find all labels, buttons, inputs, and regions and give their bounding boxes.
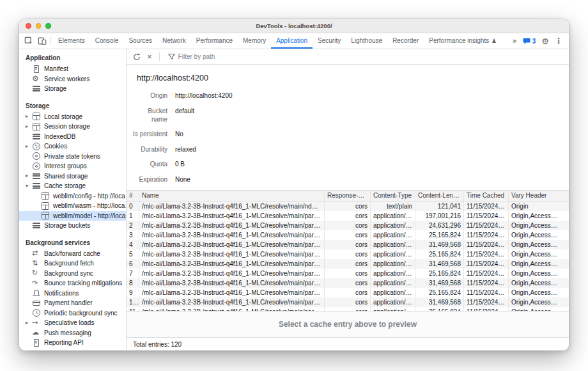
document-icon bbox=[33, 65, 40, 73]
toolbar-divider bbox=[159, 52, 160, 61]
sidebar-item[interactable]: Speculative loads bbox=[19, 318, 126, 328]
devtools-tab[interactable]: Network bbox=[157, 33, 191, 49]
column-header-name[interactable]: Name bbox=[139, 191, 325, 201]
sidebar-item[interactable]: Session storage bbox=[19, 122, 126, 132]
database-icon bbox=[33, 132, 40, 140]
more-tabs-icon[interactable]: » bbox=[512, 37, 516, 45]
/mlc-ai/Llama-3.2-3B-Instruct-q4f16_1-MLC/resolve/main/params_s…[interactable]: 8 /mlc-ai/Llama-3.2-3B-Instruct-q4f16_1-… bbox=[127, 278, 569, 288]
sidebar-item[interactable]: Service workers bbox=[19, 74, 126, 84]
sidebar-item[interactable]: Shared storage bbox=[19, 171, 126, 182]
sidebar-item[interactable]: Local storage bbox=[19, 112, 126, 122]
refresh-icon[interactable] bbox=[132, 53, 142, 61]
settings-gear-icon[interactable]: ⚙ bbox=[541, 37, 549, 45]
section-title[interactable]: Application bbox=[19, 51, 126, 64]
sidebar-section-application: Application Manifest Service work bbox=[19, 51, 126, 94]
sidebar-item[interactable]: webllm/wasm - http://loca… bbox=[19, 201, 126, 211]
filter-by-path-input[interactable] bbox=[178, 53, 319, 60]
devtools-tabbar: Elements Console Sources Network bbox=[19, 33, 569, 49]
back-forward-icon bbox=[33, 249, 40, 257]
disclosure-arrow-icon[interactable] bbox=[26, 144, 33, 149]
titlebar: DevTools - localhost:4200/ bbox=[19, 19, 569, 33]
sidebar-item[interactable]: Cache storage bbox=[19, 181, 126, 191]
/mlc-ai/Llama-3.2-3B-Instruct-q4f16_1-MLC/resolve/main/params_s…[interactable]: 7 /mlc-ai/Llama-3.2-3B-Instruct-q4f16_1-… bbox=[127, 269, 569, 278]
sidebar-item[interactable]: Periodic background sync bbox=[19, 308, 126, 319]
token-icon bbox=[33, 152, 40, 160]
column-header-response-type[interactable]: Response-Type bbox=[325, 191, 371, 201]
tabbar-right-controls: » 3 ⚙ ⋮ bbox=[508, 33, 569, 49]
metadata-row: Origin http://localhost:4200 bbox=[132, 91, 559, 100]
sidebar-item[interactable]: webllm/config - http://loca… bbox=[19, 191, 126, 201]
minimize-window-button[interactable] bbox=[36, 23, 42, 29]
/mlc-ai/Llama-3.2-3B-Instruct-q4f16_1-MLC/resolve/main/params_s…[interactable]: 1 /mlc-ai/Llama-3.2-3B-Instruct-q4f16_1-… bbox=[127, 211, 569, 221]
disclosure-arrow-icon[interactable] bbox=[26, 114, 33, 119]
column-header-time-cached[interactable]: Time Cached bbox=[464, 191, 509, 201]
sidebar-item[interactable]: Manifest bbox=[19, 64, 126, 74]
/mlc-ai/Llama-3.2-3B-Instruct-q4f16_1-MLC/resolve/main/params_s…[interactable]: 6 /mlc-ai/Llama-3.2-3B-Instruct-q4f16_1-… bbox=[127, 259, 569, 269]
disclosure-arrow-icon[interactable] bbox=[26, 173, 33, 178]
/mlc-ai/Llama-3.2-3B-Instruct-q4f16_1-MLC/resolve/main/params_s…[interactable]: 9 /mlc-ai/Llama-3.2-3B-Instruct-q4f16_1-… bbox=[127, 288, 569, 297]
devtools-window: DevTools - localhost:4200/ Elements bbox=[19, 19, 569, 351]
devtools-tab[interactable]: Console bbox=[90, 33, 124, 49]
/mlc-ai/Llama-3.2-3B-Instruct-q4f16_1-MLC/resolve/main/params_s…[interactable]: 2 /mlc-ai/Llama-3.2-3B-Instruct-q4f16_1-… bbox=[127, 221, 569, 230]
sidebar-item[interactable]: IndexedDB bbox=[19, 132, 126, 142]
sidebar-item[interactable]: Payment handler bbox=[19, 298, 126, 308]
console-messages-badge[interactable]: 3 bbox=[523, 38, 536, 45]
cloud-icon bbox=[33, 329, 40, 336]
bell-icon bbox=[33, 289, 40, 297]
devtools-tab[interactable]: Recorder bbox=[387, 33, 424, 49]
window-title: DevTools - localhost:4200/ bbox=[256, 22, 332, 29]
/mlc-ai/Llama-3.2-3B-Instruct-q4f16_1-MLC/resolve/main/params_s…[interactable]: 5 /mlc-ai/Llama-3.2-3B-Instruct-q4f16_1-… bbox=[127, 249, 569, 259]
section-title[interactable]: Background services bbox=[19, 235, 126, 249]
menu-dots-icon[interactable]: ⋮ bbox=[555, 37, 562, 45]
sidebar-item[interactable]: Storage buckets bbox=[19, 221, 126, 231]
metadata-row: Durability relaxed bbox=[132, 145, 559, 154]
column-header-content-length[interactable]: Content-Length bbox=[415, 191, 464, 201]
devtools-tab[interactable]: Memory bbox=[238, 33, 271, 49]
database-icon bbox=[33, 182, 40, 190]
close-window-button[interactable] bbox=[26, 23, 31, 29]
devtools-tab[interactable]: Lighthouse bbox=[346, 33, 387, 49]
delete-selected-icon[interactable]: × bbox=[147, 52, 152, 61]
sidebar-item[interactable]: Reporting API bbox=[19, 338, 126, 348]
device-toolbar-icon[interactable] bbox=[35, 33, 49, 49]
section-title[interactable]: Storage bbox=[19, 99, 126, 112]
/mlc-ai/Llama-3.2-3B-Instruct-q4f16_1-MLC/resolve/main/params_s…[interactable]: 4 /mlc-ai/Llama-3.2-3B-Instruct-q4f16_1-… bbox=[127, 240, 569, 249]
column-header-index[interactable]: # bbox=[127, 191, 139, 201]
total-entries-statusbar: Total entries: 120 bbox=[127, 337, 569, 351]
disclosure-arrow-icon[interactable] bbox=[26, 184, 33, 189]
devtools-tab[interactable]: Performance bbox=[191, 33, 238, 49]
/mlc-ai/Llama-3.2-3B-Instruct-q4f16_1-MLC/resolve/main/params_s…[interactable]: 3 /mlc-ai/Llama-3.2-3B-Instruct-q4f16_1-… bbox=[127, 230, 569, 240]
sidebar-item[interactable]: Background sync bbox=[19, 269, 126, 279]
table-icon bbox=[33, 123, 40, 130]
column-header-content-type[interactable]: Content-Type bbox=[371, 191, 415, 201]
sidebar-item[interactable]: Interest groups bbox=[19, 161, 126, 171]
sidebar-item[interactable]: Cookies bbox=[19, 141, 126, 152]
/mlc-ai/Llama-3.2-3B-Instruct-q4f16_1-MLC/resolve/main/ndarray-c…[interactable]: 0 /mlc-ai/Llama-3.2-3B-Instruct-q4f16_1-… bbox=[127, 201, 569, 211]
sidebar-item[interactable]: Notifications bbox=[19, 288, 126, 299]
sidebar-item[interactable]: Back/forward cache bbox=[19, 249, 126, 259]
cache-table-body: 0 /mlc-ai/Llama-3.2-3B-Instruct-q4f16_1-… bbox=[127, 201, 569, 311]
sidebar-item[interactable]: Private state tokens bbox=[19, 152, 126, 162]
devtools-tab[interactable]: Elements bbox=[53, 33, 90, 49]
inspect-element-icon[interactable] bbox=[22, 33, 35, 49]
devtools-tab[interactable]: Security bbox=[313, 33, 346, 49]
devtools-tab[interactable]: Performance insights bbox=[424, 33, 501, 49]
sidebar-item[interactable]: Background fetch bbox=[19, 258, 126, 269]
devtools-tab[interactable]: Sources bbox=[123, 33, 157, 49]
cache-table-header: # Name Response-Type Content-Type Conten… bbox=[127, 191, 569, 201]
flask-icon bbox=[492, 38, 496, 43]
metadata-row: Is persistent No bbox=[132, 130, 559, 138]
zoom-window-button[interactable] bbox=[45, 23, 51, 29]
table-icon bbox=[42, 202, 49, 210]
sidebar-item[interactable]: Storage bbox=[19, 84, 126, 94]
disclosure-arrow-icon[interactable] bbox=[26, 124, 33, 129]
/mlc-ai/Llama-3.2-3B-Instruct-q4f16_1-MLC/resolve/main/params_s…[interactable]: 10 /mlc-ai/Llama-3.2-3B-Instruct-q4f16_1… bbox=[127, 297, 569, 307]
devtools-tab[interactable]: Application bbox=[271, 33, 313, 49]
metadata-row: Bucket name default bbox=[132, 107, 559, 123]
metadata-label: Durability bbox=[132, 145, 167, 154]
column-header-vary-header[interactable]: Vary Header bbox=[509, 191, 569, 201]
sidebar-item[interactable]: Push messaging bbox=[19, 328, 126, 338]
sidebar-item[interactable]: webllm/model - http://loca… bbox=[19, 211, 126, 221]
cache-metadata: http://localhost:4200 Origin http://loca… bbox=[127, 65, 569, 190]
sidebar-item[interactable]: Bounce tracking mitigations bbox=[19, 278, 126, 288]
